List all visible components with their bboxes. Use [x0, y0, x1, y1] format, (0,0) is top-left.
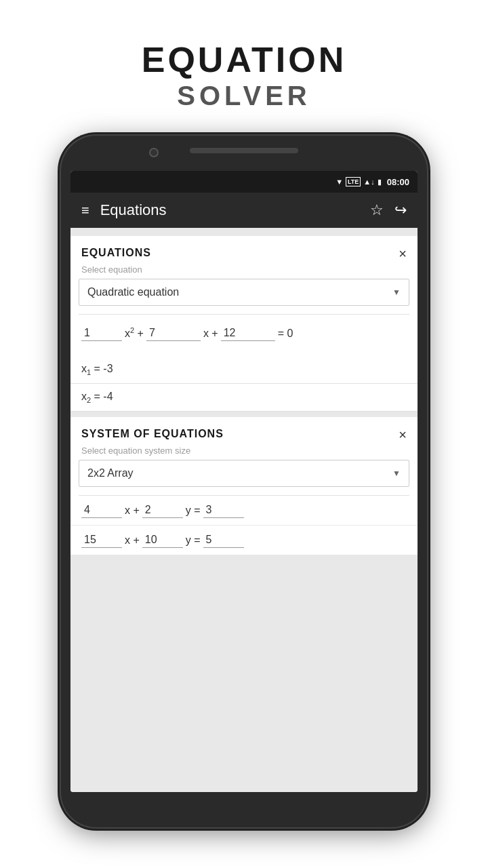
x-label: x +: [203, 328, 218, 341]
wifi-icon: ▼: [336, 178, 343, 186]
equation-type-value: Quadratic equation: [87, 286, 179, 298]
app-bar-actions: ☆ ↪: [370, 201, 407, 219]
coeff-a-input[interactable]: [81, 326, 122, 341]
system-eq-row-1: x + y =: [70, 496, 418, 526]
lte-badge: LTE: [346, 177, 361, 187]
signal-icon: ▲↓: [363, 178, 374, 186]
app-title-line1: EQUATION: [0, 41, 488, 79]
coeff-b-input[interactable]: [146, 326, 201, 341]
sys-row1-result[interactable]: [203, 502, 244, 518]
system-size-dropdown[interactable]: 2x2 Array ▼: [79, 460, 409, 487]
system-dropdown-arrow-icon: ▼: [392, 469, 401, 478]
star-icon[interactable]: ☆: [370, 201, 384, 219]
sys-row2-coeff1[interactable]: [81, 532, 122, 548]
share-icon[interactable]: ↪: [394, 201, 407, 219]
screen-content: EQUATIONS × Select equation Quadratic eq…: [70, 228, 418, 792]
system-card-title: SYSTEM OF EQUATIONS: [81, 428, 224, 440]
dropdown-arrow-icon: ▼: [392, 288, 401, 297]
app-bar-title: Equations: [100, 201, 370, 219]
x-squared-label: x2 +: [125, 326, 144, 341]
equations-card-title: EQUATIONS: [81, 247, 151, 259]
sys-row1-coeff2[interactable]: [142, 502, 183, 518]
system-close-button[interactable]: ×: [399, 428, 407, 441]
app-title-line2: SOLVER: [0, 79, 488, 112]
app-title-area: EQUATION SOLVER: [0, 0, 488, 132]
result-x2-text: x2 = -4: [81, 391, 113, 402]
coeff-c-input[interactable]: [221, 326, 275, 341]
equals-label: = 0: [278, 328, 293, 341]
system-size-value: 2x2 Array: [87, 467, 134, 479]
menu-icon[interactable]: ≡: [81, 203, 89, 218]
equations-close-button[interactable]: ×: [399, 247, 407, 260]
result-x1-text: x1 = -3: [81, 363, 113, 374]
sys-row2-y-label: y =: [186, 534, 201, 548]
result-x1-row: x1 = -3: [70, 356, 418, 384]
equations-card: EQUATIONS × Select equation Quadratic eq…: [70, 236, 418, 412]
quadratic-equation-area: x2 + x + = 0: [70, 315, 418, 356]
status-icons: ▼ LTE ▲↓ ▮ 08:00: [336, 177, 409, 187]
sys-row1-x-label: x +: [125, 505, 140, 518]
status-bar: ▼ LTE ▲↓ ▮ 08:00: [70, 171, 418, 193]
sys-row1-coeff1[interactable]: [81, 502, 122, 518]
equation-type-dropdown[interactable]: Quadratic equation ▼: [79, 279, 409, 306]
equations-card-header: EQUATIONS ×: [70, 236, 418, 260]
system-card: SYSTEM OF EQUATIONS × Select equation sy…: [70, 417, 418, 555]
equations-select-label: Select equation: [70, 260, 418, 276]
system-select-label: Select equation system size: [70, 441, 418, 457]
quadratic-input-row: x2 + x + = 0: [81, 326, 407, 341]
phone-camera: [149, 148, 159, 157]
status-time: 08:00: [387, 177, 409, 187]
system-eq-row-2: x + y =: [70, 526, 418, 555]
sys-row1-y-label: y =: [186, 505, 201, 518]
phone-frame: ▼ LTE ▲↓ ▮ 08:00 ≡ Equations ☆ ↪ EQUATIO…: [61, 136, 427, 827]
battery-icon: ▮: [378, 178, 382, 186]
sys-row2-coeff2[interactable]: [142, 532, 183, 548]
app-bar: ≡ Equations ☆ ↪: [70, 193, 418, 228]
phone-speaker: [190, 148, 298, 153]
phone-screen: ▼ LTE ▲↓ ▮ 08:00 ≡ Equations ☆ ↪ EQUATIO…: [70, 171, 418, 792]
system-card-header: SYSTEM OF EQUATIONS ×: [70, 417, 418, 441]
sys-row2-result[interactable]: [203, 532, 244, 548]
sys-row2-x-label: x +: [125, 534, 140, 548]
result-x2-row: x2 = -4: [70, 384, 418, 412]
